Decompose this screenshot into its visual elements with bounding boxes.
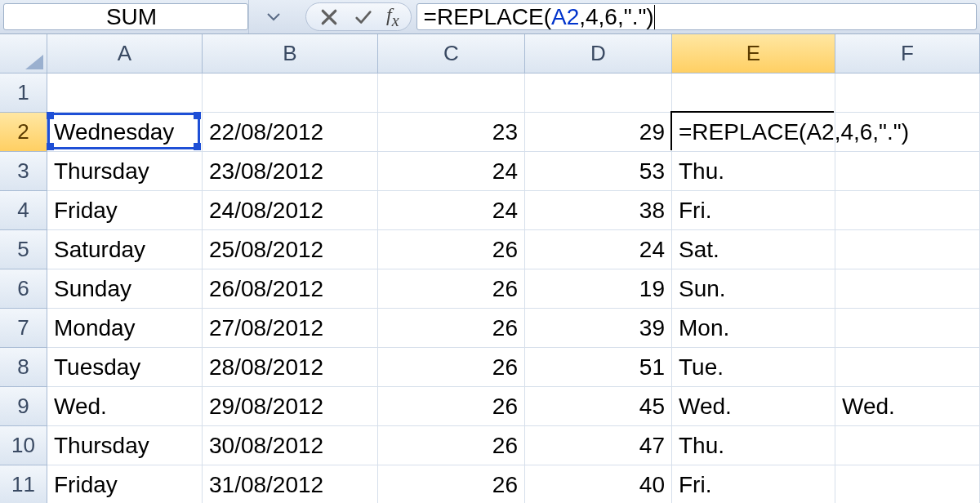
cell-D9[interactable]: 45 bbox=[525, 387, 672, 426]
row-header-3[interactable]: 3 bbox=[0, 152, 47, 191]
column-header-E[interactable]: E bbox=[672, 34, 835, 73]
row-header-8[interactable]: 8 bbox=[0, 348, 47, 387]
cell-C3[interactable]: 24 bbox=[378, 152, 525, 191]
cell-D2[interactable]: 29 bbox=[525, 113, 672, 152]
cell-A1[interactable] bbox=[47, 73, 203, 113]
enter-icon[interactable] bbox=[352, 6, 375, 29]
formula-text-prefix: =REPLACE( bbox=[424, 4, 551, 30]
cell-D5[interactable]: 24 bbox=[525, 230, 672, 269]
chevron-down-icon bbox=[267, 10, 280, 24]
cell-C1[interactable] bbox=[378, 73, 525, 113]
cell-A8[interactable]: Tuesday bbox=[47, 348, 203, 387]
cell-B4[interactable]: 24/08/2012 bbox=[203, 191, 378, 230]
cell-A5[interactable]: Saturday bbox=[47, 230, 203, 269]
row-header-4[interactable]: 4 bbox=[0, 191, 47, 230]
cell-F8[interactable] bbox=[835, 348, 980, 387]
cell-F4[interactable] bbox=[835, 191, 980, 230]
cell-E7[interactable]: Mon. bbox=[672, 309, 835, 348]
cell-D10[interactable]: 47 bbox=[525, 426, 672, 465]
text-caret bbox=[654, 5, 655, 29]
cell-E1[interactable] bbox=[672, 73, 835, 113]
cell-A2[interactable]: Wednesday bbox=[47, 113, 203, 152]
cell-A3[interactable]: Thursday bbox=[47, 152, 203, 191]
cell-B5[interactable]: 25/08/2012 bbox=[203, 230, 378, 269]
cell-B11[interactable]: 31/08/2012 bbox=[203, 465, 378, 503]
cell-F7[interactable] bbox=[835, 309, 980, 348]
cell-F10[interactable] bbox=[835, 426, 980, 465]
cell-E5[interactable]: Sat. bbox=[672, 230, 835, 269]
cell-C2[interactable]: 23 bbox=[378, 113, 525, 152]
name-box-value: SUM bbox=[16, 4, 247, 30]
cell-E6[interactable]: Sun. bbox=[672, 269, 835, 309]
cell-E3[interactable]: Thu. bbox=[672, 152, 835, 191]
column-header-C[interactable]: C bbox=[378, 34, 525, 73]
row-header-5[interactable]: 5 bbox=[0, 230, 47, 269]
formula-text-suffix: ,4,6,".") bbox=[579, 4, 653, 30]
column-header-A[interactable]: A bbox=[47, 34, 203, 73]
cell-A4[interactable]: Friday bbox=[47, 191, 203, 230]
cell-C4[interactable]: 24 bbox=[378, 191, 525, 230]
cell-E8[interactable]: Tue. bbox=[672, 348, 835, 387]
cell-C9[interactable]: 26 bbox=[378, 387, 525, 426]
row-header-2[interactable]: 2 bbox=[0, 113, 47, 152]
name-box[interactable]: SUM bbox=[3, 3, 248, 30]
select-all-corner[interactable] bbox=[0, 34, 47, 73]
cell-B9[interactable]: 29/08/2012 bbox=[203, 387, 378, 426]
cell-C10[interactable]: 26 bbox=[378, 426, 525, 465]
cell-B1[interactable] bbox=[203, 73, 378, 113]
cell-B7[interactable]: 27/08/2012 bbox=[203, 309, 378, 348]
cell-A6[interactable]: Sunday bbox=[47, 269, 203, 309]
column-header-D[interactable]: D bbox=[525, 34, 672, 73]
cell-A10[interactable]: Thursday bbox=[47, 426, 203, 465]
column-header-B[interactable]: B bbox=[203, 34, 378, 73]
cell-F1[interactable] bbox=[835, 73, 980, 113]
cell-F3[interactable] bbox=[835, 152, 980, 191]
name-box-dropdown[interactable] bbox=[248, 0, 297, 33]
cell-B2[interactable]: 22/08/2012 bbox=[203, 113, 378, 152]
row-header-9[interactable]: 9 bbox=[0, 387, 47, 426]
formula-input[interactable]: =REPLACE(A2,4,6,".") bbox=[416, 3, 977, 30]
cell-C11[interactable]: 26 bbox=[378, 465, 525, 503]
cell-F9[interactable]: Wed. bbox=[835, 387, 980, 426]
cell-E2[interactable]: =REPLACE(A2,4,6,".") bbox=[672, 113, 835, 152]
cell-D6[interactable]: 19 bbox=[525, 269, 672, 309]
cell-A7[interactable]: Monday bbox=[47, 309, 203, 348]
cell-E11[interactable]: Fri. bbox=[672, 465, 835, 503]
cell-F11[interactable] bbox=[835, 465, 980, 503]
row-header-7[interactable]: 7 bbox=[0, 309, 47, 348]
cell-A9[interactable]: Wed. bbox=[47, 387, 203, 426]
cell-D1[interactable] bbox=[525, 73, 672, 113]
cell-E9[interactable]: Wed. bbox=[672, 387, 835, 426]
cell-D8[interactable]: 51 bbox=[525, 348, 672, 387]
formula-controls: fx bbox=[305, 2, 412, 31]
cell-C8[interactable]: 26 bbox=[378, 348, 525, 387]
cell-D3[interactable]: 53 bbox=[525, 152, 672, 191]
cancel-icon[interactable] bbox=[318, 6, 341, 29]
cell-B8[interactable]: 28/08/2012 bbox=[203, 348, 378, 387]
cell-E4[interactable]: Fri. bbox=[672, 191, 835, 230]
cell-B3[interactable]: 23/08/2012 bbox=[203, 152, 378, 191]
cell-D4[interactable]: 38 bbox=[525, 191, 672, 230]
cell-D7[interactable]: 39 bbox=[525, 309, 672, 348]
row-header-6[interactable]: 6 bbox=[0, 269, 47, 309]
row-header-11[interactable]: 11 bbox=[0, 465, 47, 503]
cell-F5[interactable] bbox=[835, 230, 980, 269]
cell-D11[interactable]: 40 bbox=[525, 465, 672, 503]
formula-bar: SUM fx =REPLACE(A2,4,6,".") bbox=[0, 0, 980, 34]
row-header-10[interactable]: 10 bbox=[0, 426, 47, 465]
column-header-F[interactable]: F bbox=[835, 34, 980, 73]
cell-C6[interactable]: 26 bbox=[378, 269, 525, 309]
cell-B6[interactable]: 26/08/2012 bbox=[203, 269, 378, 309]
cell-C5[interactable]: 26 bbox=[378, 230, 525, 269]
spreadsheet-grid[interactable]: ABCDEF12Wednesday22/08/20122329=REPLACE(… bbox=[0, 34, 980, 503]
cell-E10[interactable]: Thu. bbox=[672, 426, 835, 465]
cell-A11[interactable]: Friday bbox=[47, 465, 203, 503]
fx-icon[interactable]: fx bbox=[386, 4, 399, 30]
formula-text-ref: A2 bbox=[551, 4, 579, 30]
cell-B10[interactable]: 30/08/2012 bbox=[203, 426, 378, 465]
cell-F6[interactable] bbox=[835, 269, 980, 309]
row-header-1[interactable]: 1 bbox=[0, 73, 47, 113]
cell-C7[interactable]: 26 bbox=[378, 309, 525, 348]
